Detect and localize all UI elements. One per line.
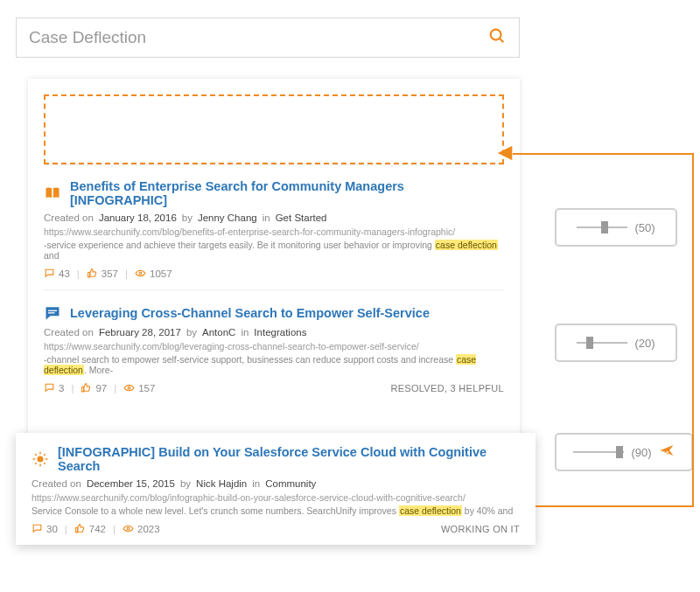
result-item: Benefits of Enterprise Search for Commun…	[44, 164, 504, 289]
result-item: Leveraging Cross-Channel Search to Empow…	[44, 289, 504, 404]
view-stat: 2023	[122, 523, 160, 534]
svg-point-7	[127, 527, 130, 530]
chat-icon	[44, 304, 61, 322]
svg-point-0	[491, 30, 501, 40]
result-title[interactable]: Leveraging Cross-Channel Search to Empow…	[70, 306, 430, 320]
result-status: RESOLVED, 3 HELPFUL	[390, 383, 504, 394]
result-meta: Created on January 18, 2016 by Jenny Cha…	[44, 212, 504, 223]
like-stat: 742	[74, 523, 106, 534]
result-title[interactable]: Benefits of Enterprise Search for Commun…	[70, 179, 504, 207]
slider-value: (20)	[634, 337, 654, 350]
svg-rect-4	[48, 312, 55, 313]
arrowhead-icon	[496, 143, 515, 163]
result-meta: Created on February 28, 2017 by AntonC i…	[44, 327, 504, 338]
boost-slider[interactable]: (20)	[555, 324, 677, 362]
result-snippet: -service experience and achieve their ta…	[44, 240, 504, 261]
result-title[interactable]: [INFOGRAPHIC] Build on Your Salesforce S…	[58, 445, 520, 473]
slider-track[interactable]	[577, 342, 627, 344]
result-url: https://www.searchunify.com/blog/benefit…	[44, 226, 504, 237]
connector-line	[536, 505, 694, 507]
svg-point-5	[128, 387, 130, 389]
result-url: https://www.searchunify.com/blog/leverag…	[44, 341, 504, 352]
plane-icon	[659, 442, 675, 462]
connector-line	[513, 153, 694, 155]
comment-stat: 3	[44, 382, 64, 394]
result-stats: 30 | 742 | 2023 WORKING ON IT	[32, 523, 520, 534]
result-status: WORKING ON IT	[441, 524, 520, 534]
search-input[interactable]: Case Deflection	[29, 28, 487, 47]
highlight: case deflection	[435, 240, 498, 250]
svg-rect-3	[48, 310, 57, 311]
slider-value: (50)	[634, 221, 654, 234]
slider-thumb[interactable]	[586, 337, 593, 349]
svg-point-2	[139, 272, 142, 275]
highlight: case deflection	[399, 505, 462, 516]
search-bar[interactable]: Case Deflection	[16, 17, 520, 58]
comment-stat: 30	[32, 523, 58, 534]
lightbulb-icon	[32, 450, 49, 468]
result-stats: 43 | 357 | 1057	[44, 268, 504, 279]
comment-stat: 43	[44, 268, 70, 279]
book-icon	[44, 185, 61, 202]
result-stats: 3 | 97 | 157 RESOLVED, 3 HELPFUL	[44, 382, 504, 394]
svg-point-6	[38, 456, 44, 463]
boost-slider[interactable]: (50)	[555, 208, 677, 247]
result-snippet: -channel search to empower self-service …	[44, 354, 504, 375]
result-meta: Created on December 15, 2015 by Nick Haj…	[32, 478, 520, 489]
connector-line	[692, 153, 694, 507]
search-icon[interactable]	[487, 26, 507, 49]
boost-slider[interactable]: (90)	[555, 433, 693, 471]
result-url: https://www.searchunify.com/blog/infogra…	[32, 492, 520, 503]
result-item-boosted: [INFOGRAPHIC] Build on Your Salesforce S…	[16, 433, 536, 545]
drop-target	[44, 94, 504, 164]
like-stat: 97	[80, 382, 107, 394]
slider-track[interactable]	[577, 226, 627, 228]
slider-value: (90)	[631, 446, 651, 459]
view-stat: 157	[123, 382, 155, 394]
slider-track[interactable]	[573, 451, 624, 453]
svg-line-1	[500, 38, 503, 42]
result-snippet: Service Console to a whole new level. Le…	[32, 505, 520, 516]
view-stat: 1057	[135, 268, 172, 279]
slider-thumb[interactable]	[601, 221, 608, 233]
slider-thumb[interactable]	[616, 446, 623, 458]
like-stat: 357	[87, 268, 118, 279]
